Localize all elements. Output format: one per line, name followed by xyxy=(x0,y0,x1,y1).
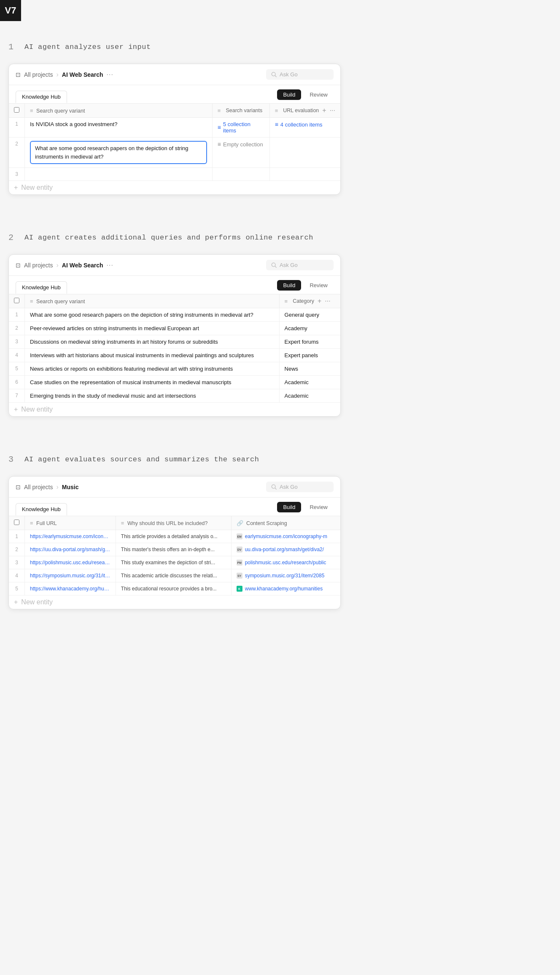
th-query-label-1: Search query variant xyxy=(36,108,85,114)
cell-query-2[interactable]: Emerging trends in the study of medieval… xyxy=(25,389,280,403)
column-menu-button-2[interactable]: ··· xyxy=(325,298,330,304)
step-3-review-button[interactable]: Review xyxy=(304,502,334,512)
step-2-menu-dots[interactable]: ··· xyxy=(107,261,113,269)
step-1-tabs: Knowledge Hub xyxy=(16,90,67,103)
cell-category-2[interactable]: Academy xyxy=(279,322,340,335)
step-3-header: 3 AI agent evaluates sources and summari… xyxy=(8,455,341,464)
step-1-topbar: ⊡ All projects › AI Web Search ··· Ask G… xyxy=(9,64,340,85)
breadcrumb-separator: › xyxy=(56,71,58,78)
cell-query-1-1[interactable]: Is NVIDIA stock a good investment? xyxy=(25,118,213,137)
cell-scraping-3[interactable]: K www.khanacademy.org/humanities xyxy=(231,582,340,595)
step-3-topbar-right: Ask Go xyxy=(266,482,334,492)
step-3-window: ⊡ All projects › Music Ask Go Knowledge … xyxy=(8,476,341,609)
step-1-build-button[interactable]: Build xyxy=(277,89,301,100)
search-icon xyxy=(271,72,277,78)
add-column-button-2[interactable]: + xyxy=(318,298,321,304)
cell-why-3[interactable]: This master's thesis offers an in-depth … xyxy=(116,543,231,556)
url-favicon-3: PM xyxy=(237,560,242,566)
step-2-build-button[interactable]: Build xyxy=(277,280,301,291)
cell-category-2[interactable]: News xyxy=(279,362,340,376)
cell-scraping-3[interactable]: DV uu.diva-portal.org/smash/get/diva2/ xyxy=(231,543,340,556)
add-row-1[interactable]: + New entity xyxy=(9,180,340,194)
cell-why-3[interactable]: This educational resource provides a bro… xyxy=(116,582,231,595)
step-2-number: 2 xyxy=(8,233,17,242)
table-row: 7 Emerging trends in the study of mediev… xyxy=(9,389,340,403)
step-2-topbar: ⊡ All projects › AI Web Search ··· Ask G… xyxy=(9,255,340,276)
tab-knowledge-hub-3[interactable]: Knowledge Hub xyxy=(16,503,67,516)
tab-knowledge-hub-2[interactable]: Knowledge Hub xyxy=(16,281,67,294)
cell-query-2[interactable]: What are some good research papers on th… xyxy=(25,308,280,322)
cell-category-2[interactable]: Expert panels xyxy=(279,349,340,362)
cell-category-2[interactable]: Academic xyxy=(279,389,340,403)
collection-icon-1: ≡ xyxy=(218,124,221,131)
select-all-3[interactable] xyxy=(14,520,19,525)
th-full-url-label: Full URL xyxy=(36,520,57,526)
step-3-search[interactable]: Ask Go xyxy=(266,482,334,492)
collection-count-1: 5 collection items xyxy=(223,121,264,134)
step-2-review-button[interactable]: Review xyxy=(304,280,334,291)
select-all-1[interactable] xyxy=(14,107,19,113)
cell-why-3[interactable]: This article provides a detailed analysi… xyxy=(116,530,231,543)
empty-collection-badge: ≡ Empty collection xyxy=(218,141,263,148)
step-1-review-button[interactable]: Review xyxy=(304,89,334,100)
step-1-search[interactable]: Ask Go xyxy=(266,69,334,80)
step-2-window: ⊡ All projects › AI Web Search ··· Ask G… xyxy=(8,254,341,417)
add-column-button-1[interactable]: + xyxy=(322,107,326,114)
th-checkbox-2[interactable] xyxy=(9,294,25,308)
cell-query-2[interactable]: News articles or reports on exhibitions … xyxy=(25,362,280,376)
th-category: ≡ Category + ··· xyxy=(279,294,340,308)
step-1-allprojects: All projects xyxy=(24,71,53,78)
step-2-search[interactable]: Ask Go xyxy=(266,260,334,270)
add-row-3[interactable]: + New entity xyxy=(9,595,340,609)
cell-query-1-2[interactable]: What are some good research papers on th… xyxy=(25,137,213,168)
cell-query-2[interactable]: Case studies on the representation of mu… xyxy=(25,376,280,389)
cell-query-1-3[interactable] xyxy=(25,168,213,181)
cell-url-3[interactable]: https://polishmusic.usc.edu/research/pu.… xyxy=(25,556,116,569)
cell-search-1-1[interactable]: ≡ 5 collection items xyxy=(212,118,269,137)
cell-url-3[interactable]: https://www.khanacademy.org/humaniti... xyxy=(25,582,116,595)
cell-query-2[interactable]: Interviews with art historians about mus… xyxy=(25,349,280,362)
cell-url-3[interactable]: https://earlymusicmuse.com/iconograp... xyxy=(25,530,116,543)
row-num-3: 5 xyxy=(9,582,25,595)
step-1-menu-dots[interactable]: ··· xyxy=(107,71,113,78)
cell-scraping-3[interactable]: SY symposium.music.org/31/item/2085 xyxy=(231,569,340,582)
step-2-section: 2 AI agent creates additional queries an… xyxy=(0,216,349,425)
active-cell-input[interactable]: What are some good research papers on th… xyxy=(30,141,207,164)
step-3-breadcrumb: ⊡ All projects › Music xyxy=(16,483,78,491)
table-row: 3 xyxy=(9,168,340,181)
step-2-header: 2 AI agent creates additional queries an… xyxy=(8,233,341,242)
cell-category-2[interactable]: Academic xyxy=(279,376,340,389)
add-row-2[interactable]: + New entity xyxy=(9,402,340,416)
cell-category-2[interactable]: Expert forums xyxy=(279,335,340,349)
table-row: 5 News articles or reports on exhibition… xyxy=(9,362,340,376)
th-query-variant-2: ≡ Search query variant xyxy=(25,294,280,308)
cell-why-3[interactable]: This academic article discusses the rela… xyxy=(116,569,231,582)
cell-url-3[interactable]: https://uu.diva-portal.org/smash/get/div… xyxy=(25,543,116,556)
select-all-2[interactable] xyxy=(14,298,19,303)
cell-scraping-3[interactable]: EM earlymusicmuse.com/iconography-m xyxy=(231,530,340,543)
cell-url-1-1[interactable]: ≡ 4 collection items xyxy=(269,118,340,137)
cell-search-1-2[interactable]: ≡ Empty collection xyxy=(212,137,269,168)
step-3-tabbar: Knowledge Hub Build Review xyxy=(9,498,340,516)
tab-knowledge-hub-1[interactable]: Knowledge Hub xyxy=(16,91,67,103)
th-checkbox-1[interactable] xyxy=(9,104,25,118)
cell-url-3[interactable]: https://symposium.music.org/31/item/2... xyxy=(25,569,116,582)
th-checkbox-3[interactable] xyxy=(9,516,25,530)
row-num-2: 5 xyxy=(9,362,25,376)
cell-category-2[interactable]: General query xyxy=(279,308,340,322)
step-1-table: ≡ Search query variant ≡ Search variants… xyxy=(9,104,340,180)
cell-scraping-3[interactable]: PM polishmusic.usc.edu/research/public xyxy=(231,556,340,569)
row-num-3: 2 xyxy=(9,543,25,556)
row-num-2: 4 xyxy=(9,349,25,362)
step-2-project-name: AI Web Search xyxy=(62,262,103,269)
step-3-build-button[interactable]: Build xyxy=(277,502,301,512)
table-row: 4 Interviews with art historians about m… xyxy=(9,349,340,362)
search-icon-3 xyxy=(271,484,277,490)
cell-why-3[interactable]: This study examines the depiction of str… xyxy=(116,556,231,569)
cell-query-2[interactable]: Peer-reviewed articles on string instrum… xyxy=(25,322,280,335)
th-search-variants: ≡ Search variants xyxy=(212,104,269,118)
cell-search-1-3 xyxy=(212,168,269,181)
col-icon-2: ≡ xyxy=(218,108,221,114)
cell-query-2[interactable]: Discussions on medieval string instrumen… xyxy=(25,335,280,349)
column-menu-button-1[interactable]: ··· xyxy=(330,107,335,114)
